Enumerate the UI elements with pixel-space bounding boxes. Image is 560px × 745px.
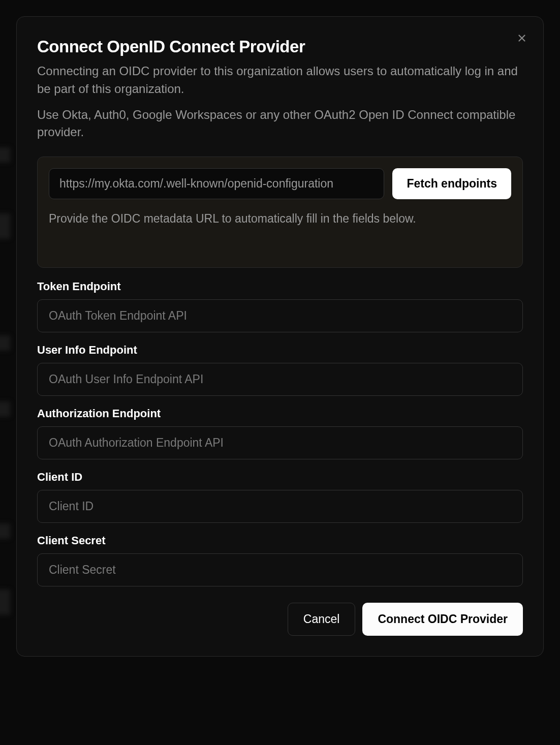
metadata-row: Fetch endpoints (49, 168, 511, 199)
token-endpoint-input[interactable] (37, 299, 523, 332)
modal-description-2: Use Okta, Auth0, Google Workspaces or an… (37, 106, 523, 142)
client-id-group: Client ID (37, 471, 523, 523)
authorization-endpoint-group: Authorization Endpoint (37, 407, 523, 459)
modal-footer: Cancel Connect OIDC Provider (37, 603, 523, 636)
connect-oidc-button[interactable]: Connect OIDC Provider (362, 603, 523, 636)
token-endpoint-label: Token Endpoint (37, 280, 523, 293)
cancel-button[interactable]: Cancel (288, 603, 356, 636)
oidc-modal: Connect OpenID Connect Provider Connecti… (16, 16, 544, 657)
metadata-hint: Provide the OIDC metadata URL to automat… (49, 210, 511, 227)
metadata-box: Fetch endpoints Provide the OIDC metadat… (37, 157, 523, 268)
client-secret-label: Client Secret (37, 534, 523, 547)
close-icon (516, 33, 527, 44)
fetch-endpoints-button[interactable]: Fetch endpoints (392, 168, 511, 199)
modal-description-1: Connecting an OIDC provider to this orga… (37, 63, 523, 98)
close-button[interactable] (515, 31, 529, 45)
client-id-label: Client ID (37, 471, 523, 484)
client-secret-group: Client Secret (37, 534, 523, 586)
user-info-endpoint-input[interactable] (37, 363, 523, 396)
authorization-endpoint-input[interactable] (37, 426, 523, 459)
metadata-url-input[interactable] (49, 168, 384, 199)
client-id-input[interactable] (37, 490, 523, 523)
authorization-endpoint-label: Authorization Endpoint (37, 407, 523, 420)
token-endpoint-group: Token Endpoint (37, 280, 523, 332)
user-info-endpoint-label: User Info Endpoint (37, 344, 523, 357)
user-info-endpoint-group: User Info Endpoint (37, 344, 523, 396)
client-secret-input[interactable] (37, 553, 523, 586)
modal-title: Connect OpenID Connect Provider (37, 37, 523, 56)
